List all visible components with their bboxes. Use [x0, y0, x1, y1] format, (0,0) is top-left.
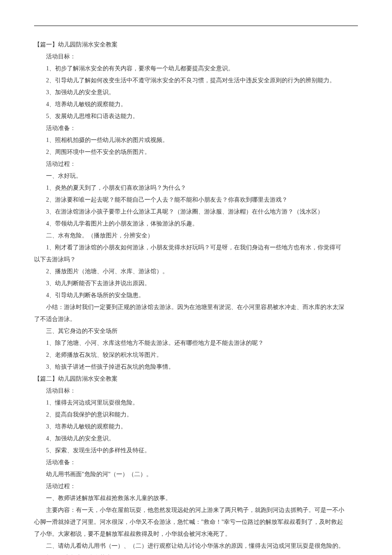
text-line: 3、培养幼儿敏锐的观察能力。	[34, 421, 358, 433]
text-line: 二、水有危险。（播放图片，分辨安全）	[34, 230, 358, 242]
text-line: 3、加强幼儿的安全意识。	[34, 87, 358, 98]
text-line: 1、除了池塘、小河、水库这些地方不能去游泳。还有哪些地方是不能去游泳的呢？	[34, 337, 358, 349]
text-line: 4、带领幼儿学着图片上的小朋友游泳，体验游泳的乐趣。	[34, 218, 358, 230]
text-line: 幼儿用书画面"危险的河"（一）（二）。	[34, 468, 358, 480]
text-line: 4、培养幼儿敏锐的观察能力。	[34, 98, 358, 110]
text-line: 4、加强幼儿的安全意识。	[34, 433, 358, 445]
text-line: 3、在游泳馆游泳小孩子要带上什么游泳工具呢？（游泳圈、游泳服、游泳帽）在什么地方…	[34, 206, 358, 218]
text-line: 小结：游泳时我们一定要到正规的游泳馆去游泳。因为在池塘里有淤泥、在小河里容易被水…	[34, 301, 358, 313]
text-line: 2、播放图片（池塘、小河、水库、游泳馆）。	[34, 266, 358, 278]
text-line: 活动过程：	[34, 158, 358, 170]
text-line: 了不适合游泳。	[34, 313, 358, 325]
document-body: 【篇一】幼儿园防溺水安全教案活动目标：1、初步了解溺水安全的有关内容，要求每一个…	[34, 39, 358, 555]
document-page: 【篇一】幼儿园防溺水安全教案活动目标：1、初步了解溺水安全的有关内容，要求每一个…	[0, 0, 392, 555]
text-line: 一、教师讲述解放军叔叔抢救落水儿童的故事。	[34, 492, 358, 504]
text-line: 2、老师播放石灰坑、较深的积水坑等图片。	[34, 349, 358, 361]
text-line: 2、周围环境中一些不安全的场所图片。	[34, 146, 358, 158]
text-line: 三、其它身边的不安全场所	[34, 325, 358, 337]
text-line: 一、水好玩。	[34, 170, 358, 182]
text-line: 5、探索、发现生活中的多样性及特征。	[34, 445, 358, 457]
text-line: 活动准备：	[34, 457, 358, 468]
text-line: 3、给孩子讲述一些孩子掉进石灰坑的危险事情。	[34, 361, 358, 373]
text-line: 了小华。大家都说，要不是解放军叔叔救得及时，小华就会被河水淹死了。	[34, 528, 358, 540]
text-line: 2、提高自我保护的意识和能力。	[34, 409, 358, 421]
text-line: 1、初步了解溺水安全的有关内容，要求每一个幼儿都要提高安全意识。	[34, 63, 358, 75]
text-line: 以下去游泳吗？	[34, 254, 358, 266]
text-line: 活动目标：	[34, 51, 358, 63]
text-line: 【篇一】幼儿园防溺水安全教案	[34, 39, 358, 51]
text-line: 【篇二】幼儿园防溺水安全教案	[34, 373, 358, 385]
text-line: 5、发展幼儿思维和口语表达能力。	[34, 110, 358, 122]
text-line: 2、引导幼儿了解如何改变生活中不遵守溺水安全的不良习惯，提高对生活中违反安全原则…	[34, 75, 358, 87]
text-line: 活动目标：	[34, 385, 358, 397]
top-rule	[34, 26, 358, 26]
text-line: 活动准备：	[34, 122, 358, 134]
text-line: 教师：小华为什么会落水？	[34, 552, 358, 555]
text-line: 二、请幼儿看幼儿用书（一）、（二）进行观察让幼儿讨论小华落水的原因，懂得去河边或…	[34, 540, 358, 552]
text-line: 心脚一滑就掉进了河里。河水很深，小华又不会游泳，急忙喊："救命！"幸亏一位路过的…	[34, 516, 358, 528]
text-line: 1、刚才看了游泳馆的小朋友如何游泳，小朋友觉得水好玩吗？可是呀，在我们身边有一些…	[34, 242, 358, 254]
text-line: 3、幼儿判断能否下去游泳并说出原因。	[34, 278, 358, 289]
text-line: 2、游泳要和谁一起去呢？能不能自己一个人去？能不能和小朋友去？你喜欢到哪里去游戏…	[34, 194, 358, 206]
text-line: 4、引导幼儿判断各场所的安全隐患。	[34, 289, 358, 301]
text-line: 1、懂得去河边或河里玩耍很危险。	[34, 397, 358, 409]
text-line: 1、炎热的夏天到了，小朋友们喜欢游泳吗？为什么？	[34, 182, 358, 194]
text-line: 1、照相机拍摄的一些幼儿溺水的图片或视频。	[34, 134, 358, 146]
text-line: 主要内容：有一天，小华在屋前玩耍，他忽然发现远处的河上游来了两只鸭子，就跑到河边…	[34, 504, 358, 516]
text-line: 活动过程：	[34, 480, 358, 492]
